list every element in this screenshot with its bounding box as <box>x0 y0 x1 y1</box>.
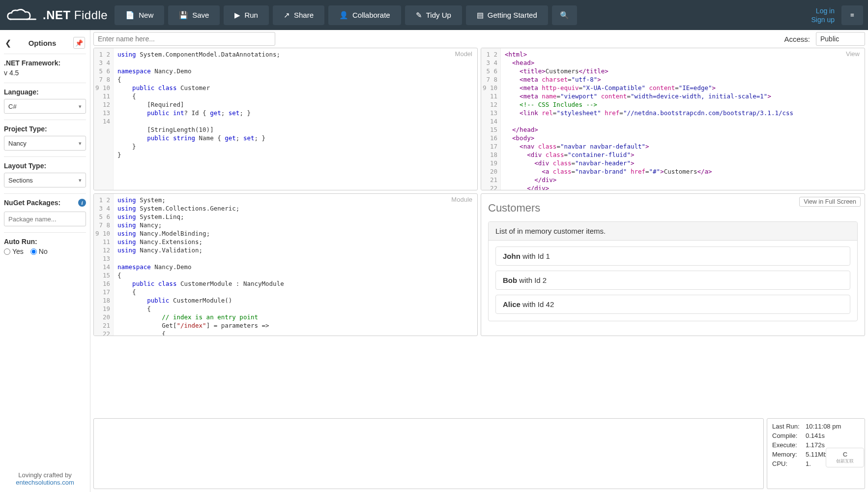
language-label: Language: <box>4 88 86 96</box>
share-icon: ↗ <box>284 11 290 20</box>
framework-value: v 4.5 <box>4 69 86 77</box>
getting-started-button[interactable]: ▤Getting Started <box>466 5 548 25</box>
info-icon[interactable]: i <box>78 199 86 207</box>
output-console[interactable] <box>93 418 764 489</box>
model-editor-pane[interactable]: Model 1 2 3 4 5 6 7 8 9 10 11 12 13 14 u… <box>93 48 478 190</box>
framework-label: .NET Framework: <box>4 59 86 67</box>
panel-body: John with Id 1Bob with Id 2Alice with Id… <box>489 241 857 321</box>
list-item: Alice with Id 42 <box>495 295 850 314</box>
list-item: Bob with Id 2 <box>495 271 850 290</box>
project-type-select[interactable]: Nancy▾ <box>4 136 86 151</box>
fiddle-name-input[interactable] <box>93 32 275 46</box>
nuget-label: NuGet Packages: i <box>4 199 86 207</box>
brand-suffix: Fiddle <box>74 8 108 22</box>
book-icon: ▤ <box>477 11 484 20</box>
menu-icon: ≡ <box>850 11 854 19</box>
list-item: John with Id 1 <box>495 246 850 266</box>
signup-link[interactable]: Sign up <box>811 16 835 24</box>
view-code[interactable]: <html> <head> <title>Customers</title> <… <box>501 48 865 190</box>
save-icon: 💾 <box>179 11 188 20</box>
chevron-down-icon: ▾ <box>79 177 82 184</box>
watermark-badge: C创新互联 <box>826 448 864 467</box>
footer-link[interactable]: entechsolutions.com <box>16 479 74 486</box>
wand-icon: ✎ <box>416 11 422 20</box>
save-button[interactable]: 💾Save <box>168 5 220 25</box>
play-icon: ▶ <box>234 11 240 20</box>
module-code[interactable]: using System; using System.Collections.G… <box>114 194 477 336</box>
brand-logo[interactable]: .NET Fiddle <box>5 8 111 22</box>
brand-prefix: .NET <box>43 8 71 22</box>
top-navbar: .NET Fiddle 📄New 💾Save ▶Run ↗Share 👤Coll… <box>0 0 868 30</box>
panel-heading: List of in memory customer items. <box>489 222 857 241</box>
preview-panel: List of in memory customer items. John w… <box>488 221 858 321</box>
access-label: Access: <box>784 35 810 43</box>
language-select[interactable]: C#▾ <box>4 99 86 114</box>
layout-type-select[interactable]: Sections▾ <box>4 173 86 187</box>
access-select[interactable]: Public <box>816 32 865 46</box>
cloud-icon <box>7 9 39 22</box>
search-icon: 🔍 <box>560 11 569 20</box>
sidebar-footer: Lovingly crafted by entechsolutions.com <box>4 471 86 492</box>
hamburger-menu-button[interactable]: ≡ <box>841 5 863 25</box>
project-type-label: Project Type: <box>4 125 86 133</box>
share-button[interactable]: ↗Share <box>273 5 324 25</box>
pin-button[interactable]: 📌 <box>73 37 85 49</box>
tidy-up-button[interactable]: ✎Tidy Up <box>405 5 462 25</box>
line-gutter: 1 2 3 4 5 6 7 8 9 10 11 12 13 14 <box>94 48 114 190</box>
run-button[interactable]: ▶Run <box>224 5 269 25</box>
view-editor-pane[interactable]: View 1 2 3 4 5 6 7 8 9 10 11 12 13 14 15… <box>481 48 865 190</box>
line-gutter: 1 2 3 4 5 6 7 8 9 10 11 12 13 14 15 16 1… <box>481 48 501 190</box>
layout-type-label: Layout Type: <box>4 162 86 170</box>
view-fullscreen-button[interactable]: View in Full Screen <box>799 197 861 207</box>
module-editor-pane[interactable]: Module 1 2 3 4 5 6 7 8 9 10 11 12 13 14 … <box>93 193 478 336</box>
sidebar-title: Options <box>29 39 57 47</box>
file-icon: 📄 <box>125 11 135 20</box>
nuget-search-input[interactable] <box>4 212 86 226</box>
collaborate-button[interactable]: 👤Collaborate <box>328 5 401 25</box>
search-button[interactable]: 🔍 <box>552 5 577 25</box>
auth-links: Log in Sign up <box>811 7 838 24</box>
collapse-sidebar-icon[interactable]: ❮ <box>5 38 11 48</box>
secondary-toolbar: Access: Public <box>90 30 868 48</box>
options-sidebar: ❮ Options 📌 .NET Framework: v 4.5 Langua… <box>0 30 90 492</box>
line-gutter: 1 2 3 4 5 6 7 8 9 10 11 12 13 14 15 16 1… <box>94 194 114 336</box>
autorun-no-radio[interactable]: No <box>30 247 48 255</box>
new-button[interactable]: 📄New <box>115 5 164 25</box>
autorun-label: Auto Run: <box>4 238 86 246</box>
autorun-yes-radio[interactable]: Yes <box>4 247 24 255</box>
user-icon: 👤 <box>339 11 348 20</box>
pin-icon: 📌 <box>75 39 83 47</box>
login-link[interactable]: Log in <box>816 7 835 15</box>
model-code[interactable]: using System.ComponentModel.DataAnnotati… <box>114 48 477 190</box>
preview-pane: View in Full Screen Customers List of in… <box>481 193 865 336</box>
chevron-down-icon: ▾ <box>79 140 82 147</box>
chevron-down-icon: ▾ <box>79 103 82 110</box>
